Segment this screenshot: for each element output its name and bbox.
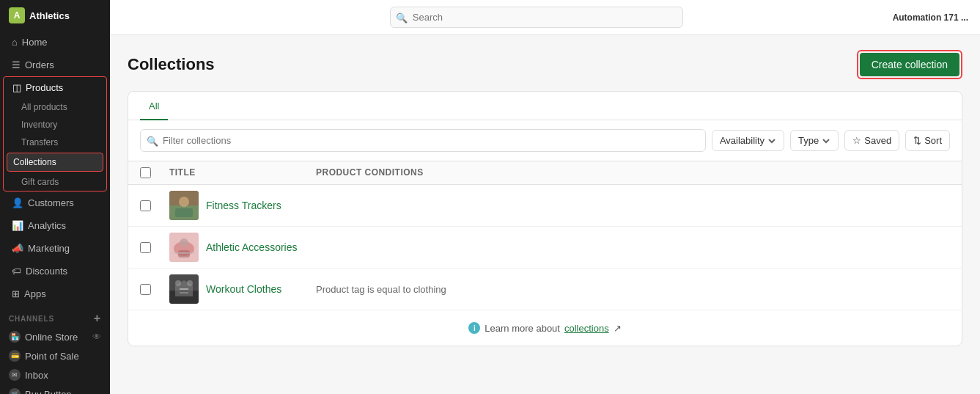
page-title: Collections: [128, 55, 215, 74]
sub-label: All products: [21, 102, 67, 112]
row-checkbox-workout: [140, 284, 169, 295]
fitness-thumb-image: [169, 191, 199, 220]
sidebar-channel-buy-button[interactable]: 🛒 Buy Button: [0, 384, 110, 394]
svg-point-11: [175, 280, 181, 286]
svg-point-2: [179, 197, 189, 207]
products-section-box: ◫ Products All products Inventory Transf…: [3, 76, 107, 191]
type-filter-button[interactable]: Type: [790, 130, 839, 151]
discounts-icon: 🏷: [12, 266, 21, 277]
channel-label: Online Store: [25, 332, 78, 343]
apps-icon: ⊞: [12, 288, 20, 299]
filter-row: 🔍 Availability Type ☆ Saved ⇅ Sort: [128, 120, 962, 161]
online-store-icon: 🏪: [9, 331, 21, 343]
row-title-cell-fitness: Fitness Trackers: [169, 191, 316, 220]
svg-point-12: [187, 280, 193, 286]
sort-icon: ⇅: [913, 135, 921, 146]
row-title-cell-athletic: Athletic Accessories: [169, 233, 316, 262]
sidebar-sub-inventory[interactable]: Inventory: [4, 116, 106, 134]
create-collection-button[interactable]: Create collection: [860, 53, 959, 76]
collections-sub-box: Collections: [7, 153, 103, 172]
filter-search-area: 🔍: [140, 129, 706, 152]
chevron-down-icon: [822, 136, 830, 145]
tab-label: All: [149, 101, 159, 112]
marketing-icon: 📣: [12, 243, 23, 254]
row-select-athletic[interactable]: [140, 242, 151, 253]
filter-collections-input[interactable]: [140, 129, 706, 152]
topbar: 🔍 Automation 171 ...: [110, 0, 980, 35]
table-row: Fitness Trackers: [128, 185, 962, 227]
sidebar-sub-collections[interactable]: Collections: [7, 153, 103, 171]
collections-card: All 🔍 Availability Type ☆: [128, 91, 962, 346]
external-link-icon: ↗: [614, 323, 622, 334]
sidebar-item-marketing[interactable]: 📣 Marketing: [3, 238, 107, 259]
info-icon: i: [468, 322, 480, 334]
store-name-label: Automation 171 ...: [893, 12, 968, 23]
sidebar-sub-transfers[interactable]: Transfers: [4, 134, 106, 151]
sub-label: Transfers: [21, 137, 58, 147]
customers-icon: 👤: [12, 197, 23, 208]
row-checkbox-fitness: [140, 200, 169, 211]
store-name: Athletics: [29, 10, 70, 21]
orders-icon: ☰: [12, 59, 21, 70]
collection-thumbnail-fitness: [169, 191, 199, 220]
sidebar-item-label: Customers: [28, 197, 74, 208]
sidebar-item-home[interactable]: ⌂ Home: [3, 32, 107, 53]
collection-name-workout[interactable]: Workout Clothes: [206, 283, 281, 295]
sub-label: Collections: [13, 157, 56, 167]
channel-label: Buy Button: [25, 389, 72, 395]
chevron-down-icon: [767, 136, 776, 145]
sub-label: Inventory: [21, 120, 57, 130]
row-select-fitness[interactable]: [140, 200, 151, 211]
page-content: Collections Create collection All 🔍 Avai…: [110, 35, 980, 394]
collections-link[interactable]: collections: [564, 323, 609, 334]
sort-button[interactable]: ⇅ Sort: [905, 130, 950, 151]
buy-button-icon: 🛒: [9, 388, 21, 394]
eye-icon[interactable]: 👁: [92, 332, 101, 342]
add-channel-button[interactable]: +: [94, 313, 101, 324]
sidebar-sub-all-products[interactable]: All products: [4, 98, 106, 116]
svg-point-6: [180, 238, 188, 247]
title-column-header: Title: [169, 167, 316, 178]
sidebar-sub-gift-cards[interactable]: Gift cards: [4, 173, 106, 191]
select-all-cell: [140, 167, 169, 178]
sidebar-item-label: Orders: [25, 59, 54, 70]
products-icon: ◫: [12, 82, 21, 93]
home-icon: ⌂: [12, 37, 18, 48]
conditions-column-header: Product conditions: [316, 167, 950, 178]
sidebar-item-apps[interactable]: ⊞ Apps: [3, 283, 107, 304]
topbar-search-input[interactable]: [390, 7, 683, 28]
sidebar-channel-online-store[interactable]: 🏪 Online Store 👁: [0, 327, 110, 346]
tabs-bar: All: [128, 92, 962, 120]
row-select-workout[interactable]: [140, 284, 151, 295]
sidebar-channel-pos[interactable]: 💳 Point of Sale: [0, 346, 110, 365]
sidebar-logo: A Athletics: [0, 0, 110, 31]
sidebar-item-orders[interactable]: ☰ Orders: [3, 54, 107, 76]
pos-icon: 💳: [9, 350, 21, 362]
channel-label: Inbox: [25, 370, 48, 381]
star-icon: ☆: [852, 135, 861, 146]
sidebar-item-customers[interactable]: 👤 Customers: [3, 192, 107, 214]
table-row: Workout Clothes Product tag is equal to …: [128, 269, 962, 310]
saved-filter-button[interactable]: ☆ Saved: [844, 130, 899, 151]
analytics-icon: 📊: [12, 220, 23, 231]
sidebar-item-products[interactable]: ◫ Products: [4, 77, 106, 98]
sidebar-item-label: Marketing: [28, 243, 70, 254]
sidebar-item-label: Analytics: [28, 220, 66, 231]
sidebar-channel-inbox[interactable]: ✉ Inbox: [0, 365, 110, 384]
collection-name-fitness[interactable]: Fitness Trackers: [206, 200, 281, 211]
athletic-thumb-image: [169, 233, 199, 262]
tab-all[interactable]: All: [140, 92, 168, 120]
select-all-checkbox[interactable]: [140, 167, 151, 178]
row-title-cell-workout: Workout Clothes: [169, 274, 316, 304]
sidebar-item-analytics[interactable]: 📊 Analytics: [3, 215, 107, 236]
table-header: Title Product conditions: [128, 161, 962, 185]
sidebar-item-label: Home: [22, 37, 48, 48]
collection-name-athletic[interactable]: Athletic Accessories: [206, 241, 298, 253]
filter-search-icon: 🔍: [147, 135, 158, 146]
topbar-search-icon: 🔍: [396, 12, 408, 23]
product-conditions-workout: Product tag is equal to clothing: [316, 284, 950, 295]
table-row: Athletic Accessories: [128, 227, 962, 269]
availability-filter-button[interactable]: Availability: [712, 130, 784, 151]
logo-icon: A: [9, 7, 25, 23]
sidebar-item-discounts[interactable]: 🏷 Discounts: [3, 260, 107, 282]
